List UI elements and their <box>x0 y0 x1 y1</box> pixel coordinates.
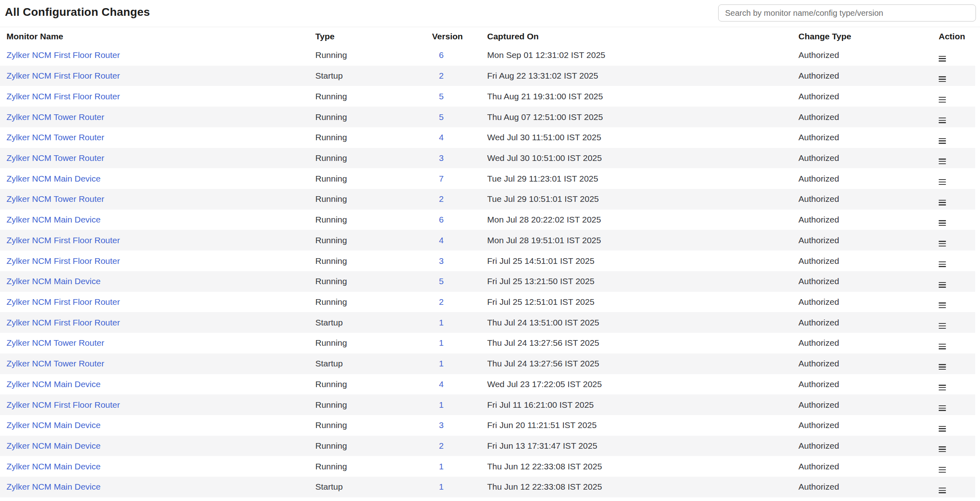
hamburger-menu-icon[interactable] <box>939 405 946 411</box>
version-link[interactable]: 6 <box>439 50 444 60</box>
monitor-name-link[interactable]: Zylker NCM First Floor Router <box>6 400 120 409</box>
monitor-name-link[interactable]: Zylker NCM Main Device <box>6 276 101 286</box>
hamburger-menu-icon[interactable] <box>939 261 946 267</box>
monitor-name-link[interactable]: Zylker NCM First Floor Router <box>6 50 120 60</box>
hamburger-menu-icon[interactable] <box>939 200 946 206</box>
version-link[interactable]: 2 <box>439 194 444 203</box>
hamburger-menu-icon[interactable] <box>939 426 946 432</box>
hamburger-menu-icon[interactable] <box>939 488 946 493</box>
monitor-name-link[interactable]: Zylker NCM Tower Router <box>6 112 104 122</box>
version-link[interactable]: 3 <box>439 256 444 265</box>
captured-on-cell: Mon Sep 01 12:31:02 IST 2025 <box>481 50 792 60</box>
hamburger-menu-icon[interactable] <box>939 467 946 473</box>
config-type-cell: Running <box>309 133 426 142</box>
monitor-name-link[interactable]: Zylker NCM First Floor Router <box>6 318 120 327</box>
captured-on-cell: Mon Jul 28 20:22:02 IST 2025 <box>481 215 792 225</box>
captured-on-cell: Thu Jul 24 13:27:56 IST 2025 <box>481 338 792 348</box>
hamburger-menu-icon[interactable] <box>939 323 946 329</box>
monitor-name-link[interactable]: Zylker NCM Tower Router <box>6 153 104 163</box>
monitor-name-link[interactable]: Zylker NCM Tower Router <box>6 133 104 142</box>
table-row: Zylker NCM First Floor Router Running 1 … <box>0 394 975 415</box>
monitor-name-link[interactable]: Zylker NCM Main Device <box>6 379 101 389</box>
change-type-cell: Authorized <box>792 297 932 307</box>
version-link[interactable]: 5 <box>439 92 444 101</box>
version-link[interactable]: 7 <box>439 174 444 183</box>
hamburger-menu-icon[interactable] <box>939 158 946 164</box>
version-link[interactable]: 1 <box>439 462 444 471</box>
config-changes-table: Monitor Name Type Version Captured On Ch… <box>0 28 975 497</box>
hamburger-menu-icon[interactable] <box>939 118 946 123</box>
monitor-name-link[interactable]: Zylker NCM Main Device <box>6 215 101 224</box>
config-type-cell: Running <box>309 236 426 245</box>
hamburger-menu-icon[interactable] <box>939 446 946 452</box>
table-row: Zylker NCM First Floor Router Running 2 … <box>0 292 975 313</box>
version-link[interactable]: 1 <box>439 338 444 347</box>
table-body: Zylker NCM First Floor Router Running 6 … <box>0 45 975 497</box>
monitor-name-link[interactable]: Zylker NCM First Floor Router <box>6 236 120 245</box>
monitor-name-link[interactable]: Zylker NCM Tower Router <box>6 359 104 368</box>
config-type-cell: Startup <box>309 71 426 81</box>
column-header-captured-on: Captured On <box>481 32 792 41</box>
version-link[interactable]: 2 <box>439 297 444 306</box>
monitor-name-link[interactable]: Zylker NCM Main Device <box>6 482 101 491</box>
version-link[interactable]: 1 <box>439 400 444 409</box>
captured-on-cell: Fri Jul 11 16:21:00 IST 2025 <box>481 400 792 410</box>
monitor-name-link[interactable]: Zylker NCM Main Device <box>6 462 101 471</box>
monitor-name-link[interactable]: Zylker NCM First Floor Router <box>6 256 120 265</box>
monitor-name-link[interactable]: Zylker NCM First Floor Router <box>6 297 120 306</box>
config-type-cell: Running <box>309 297 426 307</box>
config-type-cell: Running <box>309 112 426 122</box>
version-link[interactable]: 2 <box>439 71 444 80</box>
table-row: Zylker NCM Tower Router Running 3 Wed Ju… <box>0 148 975 169</box>
monitor-name-link[interactable]: Zylker NCM Tower Router <box>6 338 104 347</box>
monitor-name-link[interactable]: Zylker NCM First Floor Router <box>6 71 120 80</box>
version-link[interactable]: 1 <box>439 359 444 368</box>
captured-on-cell: Mon Jul 28 19:51:01 IST 2025 <box>481 236 792 245</box>
hamburger-menu-icon[interactable] <box>939 56 946 62</box>
hamburger-menu-icon[interactable] <box>939 97 946 103</box>
config-type-cell: Running <box>309 462 426 471</box>
version-link[interactable]: 4 <box>439 236 444 245</box>
hamburger-menu-icon[interactable] <box>939 385 946 390</box>
monitor-name-link[interactable]: Zylker NCM Main Device <box>6 441 101 450</box>
table-row: Zylker NCM Tower Router Running 1 Thu Ju… <box>0 333 975 353</box>
version-link[interactable]: 3 <box>439 420 444 430</box>
monitor-name-link[interactable]: Zylker NCM First Floor Router <box>6 92 120 101</box>
captured-on-cell: Tue Jul 29 10:51:01 IST 2025 <box>481 194 792 204</box>
version-link[interactable]: 1 <box>439 482 444 491</box>
hamburger-menu-icon[interactable] <box>939 220 946 226</box>
table-row: Zylker NCM First Floor Router Startup 1 … <box>0 312 975 333</box>
version-link[interactable]: 1 <box>439 318 444 327</box>
change-type-cell: Authorized <box>792 71 932 81</box>
hamburger-menu-icon[interactable] <box>939 364 946 370</box>
captured-on-cell: Thu Jun 12 22:33:08 IST 2025 <box>481 462 792 471</box>
monitor-name-link[interactable]: Zylker NCM Main Device <box>6 420 101 430</box>
hamburger-menu-icon[interactable] <box>939 241 946 246</box>
column-header-type: Type <box>309 32 426 41</box>
version-link[interactable]: 3 <box>439 153 444 163</box>
version-link[interactable]: 6 <box>439 215 444 224</box>
hamburger-menu-icon[interactable] <box>939 302 946 308</box>
change-type-cell: Authorized <box>792 482 932 492</box>
version-link[interactable]: 2 <box>439 441 444 450</box>
config-type-cell: Running <box>309 379 426 389</box>
hamburger-menu-icon[interactable] <box>939 179 946 185</box>
monitor-name-link[interactable]: Zylker NCM Tower Router <box>6 194 104 203</box>
search-input[interactable] <box>718 4 976 21</box>
hamburger-menu-icon[interactable] <box>939 76 946 82</box>
change-type-cell: Authorized <box>792 215 932 225</box>
table-row: Zylker NCM First Floor Router Running 3 … <box>0 250 975 271</box>
change-type-cell: Authorized <box>792 318 932 328</box>
monitor-name-link[interactable]: Zylker NCM Main Device <box>6 174 101 183</box>
version-link[interactable]: 5 <box>439 112 444 122</box>
change-type-cell: Authorized <box>792 276 932 286</box>
hamburger-menu-icon[interactable] <box>939 282 946 288</box>
version-link[interactable]: 5 <box>439 276 444 286</box>
config-type-cell: Running <box>309 400 426 410</box>
hamburger-menu-icon[interactable] <box>939 138 946 144</box>
version-link[interactable]: 4 <box>439 379 444 389</box>
config-type-cell: Running <box>309 276 426 286</box>
version-link[interactable]: 4 <box>439 133 444 142</box>
table-row: Zylker NCM Tower Router Running 5 Thu Au… <box>0 107 975 127</box>
hamburger-menu-icon[interactable] <box>939 344 946 349</box>
